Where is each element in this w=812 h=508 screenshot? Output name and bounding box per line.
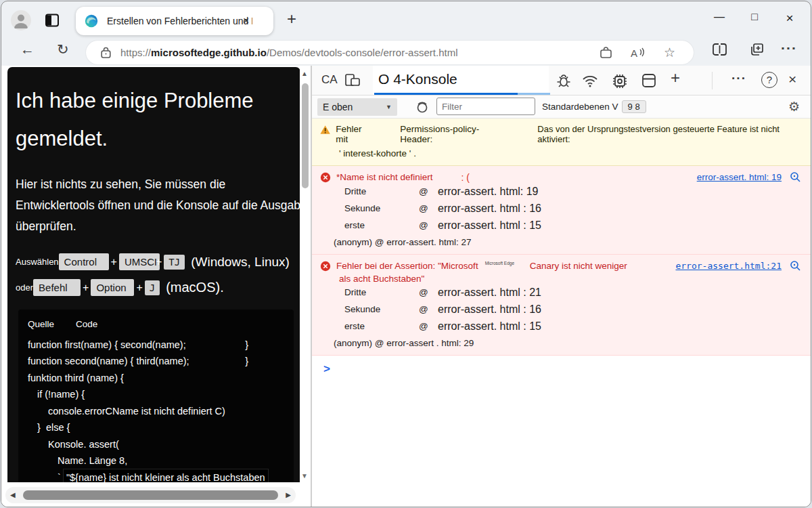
code-line: function first(name) { second(name);} <box>28 337 286 354</box>
demo-page: Ich habe einige Probleme gemeldet. Hier … <box>7 67 300 482</box>
network-icon[interactable] <box>581 72 599 89</box>
stack-frame[interactable]: Sekunde@error-assert. html : 16 <box>320 301 801 318</box>
page-vertical-scrollbar[interactable]: ▲ ▼ <box>300 67 311 482</box>
person-icon <box>11 10 31 30</box>
console-warning-row[interactable]: Fehler mit Permissions-policy-Header: Da… <box>312 119 811 166</box>
application-storage-icon[interactable] <box>641 72 657 89</box>
window-maximize-button[interactable]: □ <box>748 11 761 26</box>
page-paragraph: Hier ist nichts zu sehen, Sie müssen die… <box>16 174 300 237</box>
code-line: console.errorCName ist nicht definiert C… <box>28 403 286 420</box>
chevron-down-icon: ▼ <box>386 104 392 110</box>
favorites-star-icon[interactable]: ☆ <box>664 45 675 60</box>
stack-frame[interactable]: erste@error-assert. html : 15 <box>320 217 801 234</box>
live-expression-eye-icon[interactable] <box>415 100 430 114</box>
close-devtools-icon[interactable]: × <box>788 71 796 87</box>
inspect-tool-button[interactable]: CA <box>321 73 338 87</box>
kbd-j-win: TJ <box>164 255 185 270</box>
scroll-up-icon[interactable]: ▲ <box>301 70 308 77</box>
console-prompt-chevron[interactable]: > <box>312 356 811 376</box>
issues-bug-icon[interactable] <box>556 72 572 89</box>
tab-close-icon[interactable]: × <box>243 15 249 27</box>
more-tools-plus-button[interactable]: + <box>671 68 680 87</box>
url-text: https://microsoftedge.github.io/Demos/de… <box>120 47 457 58</box>
code-line: Konsole. assert( <box>28 436 286 453</box>
code-line: Name. Länge 8, <box>28 452 286 469</box>
shortcut-hint: Auswählen Control + UMSCHA + TJ (Windows… <box>16 253 300 296</box>
scroll-right-icon[interactable]: ▶ <box>286 491 291 499</box>
kbd-shift: UMSCHA <box>119 253 160 270</box>
address-bar[interactable]: https://microsoftedge.github.io/Demos/de… <box>86 41 694 64</box>
stack-frame-anonymous[interactable]: (anonym) @ error-assert. html: 27 <box>320 234 801 250</box>
lock-icon <box>101 47 111 58</box>
window-minimize-button[interactable]: — <box>713 11 725 26</box>
browser-titlebar: Erstellen von Fehlerberichten und Bestät… <box>1 1 811 39</box>
stack-frame[interactable]: Sekunde@error-assert. html : 16 <box>320 200 801 217</box>
superscript-label: Microsoft Edge <box>485 260 524 267</box>
scroll-down-icon[interactable]: ▼ <box>301 472 308 480</box>
performance-icon[interactable] <box>611 72 629 90</box>
active-tab-underline <box>374 93 518 95</box>
split-screen-icon[interactable] <box>712 43 727 56</box>
tab-actions-icon[interactable] <box>45 13 60 28</box>
console-filter-input[interactable] <box>436 98 535 115</box>
kbd-j-mac: J <box>145 280 160 295</box>
browser-window: Erstellen von Fehlerberichten und Bestät… <box>1 1 811 507</box>
horizontal-scroll-thumb[interactable] <box>23 490 278 500</box>
customize-devtools-icon[interactable]: ··· <box>731 71 746 86</box>
browser-tab[interactable]: Erstellen von Fehlerberichten und Bestät… <box>76 7 273 35</box>
kbd-option: Option <box>91 279 134 296</box>
page-pane: Ich habe einige Probleme gemeldet. Hier … <box>1 66 312 507</box>
tab-title: Erstellen von Fehlerberichten und Bestät… <box>107 16 252 26</box>
source-link[interactable]: error-assert. html: 19 <box>697 172 782 182</box>
kbd-control: Control <box>59 253 109 270</box>
read-aloud-icon[interactable]: A <box>631 47 646 59</box>
javascript-context-dropdown[interactable]: E oben ▼ <box>317 98 397 116</box>
devtools-panel: CA O 4-Konsole <box>312 66 811 507</box>
device-emulation-icon[interactable] <box>344 73 361 88</box>
tab-console[interactable]: O 4-Konsole <box>373 66 549 95</box>
source-code-block: Quelle Code function first(name) { secon… <box>18 310 294 482</box>
search-in-sources-icon[interactable] <box>790 171 801 183</box>
kbd-command: Befehl <box>33 279 81 296</box>
code-line: function second(name) { third(name);} <box>28 353 286 370</box>
page-title-line2: gemeldet. <box>16 120 300 158</box>
back-button[interactable]: ← <box>20 41 35 58</box>
svg-text:A: A <box>631 47 637 59</box>
new-tab-button[interactable]: + <box>287 9 296 28</box>
log-levels-dropdown[interactable]: Standardebenen V 9 8 <box>542 100 646 113</box>
stack-frame-anonymous[interactable]: (anonym) @ error-assert . html: 29 <box>320 335 801 351</box>
search-in-sources-icon[interactable] <box>790 260 801 272</box>
stack-frame[interactable]: erste@error-assert. html : 15 <box>320 318 801 335</box>
console-toolbar: E oben ▼ Standardebenen V 9 8 ⚙ <box>312 96 811 119</box>
stack-frame[interactable]: Dritte@error-assert. html : 21 <box>320 284 801 301</box>
page-horizontal-scrollbar[interactable]: ◀ ▶ <box>5 487 296 503</box>
settings-more-icon[interactable]: ··· <box>781 40 797 56</box>
browser-navbar: ← ↻ https://microsoftedge.github.io/Demo… <box>1 39 811 66</box>
stack-frame[interactable]: Dritte@error-assert. html: 19 <box>320 183 801 200</box>
vertical-scroll-thumb[interactable] <box>302 83 309 188</box>
code-line: } else { <box>28 419 286 436</box>
console-error-row[interactable]: *Name ist nicht definiert : ( error-asse… <box>312 166 811 255</box>
page-title: Ich habe einige Probleme <box>16 82 300 120</box>
source-link[interactable]: error-assert.html:21 <box>675 261 782 271</box>
console-error-row[interactable]: Fehler bei der Assertion: "Microsoft Mic… <box>312 255 811 356</box>
devtools-toolbar: CA O 4-Konsole <box>312 66 811 96</box>
code-line: if (!name) { <box>28 386 286 403</box>
warning-triangle-icon <box>320 125 330 135</box>
profile-avatar[interactable] <box>11 10 31 30</box>
levels-badge: 9 8 <box>622 100 646 113</box>
scroll-left-icon[interactable]: ◀ <box>10 491 16 499</box>
code-line: funktion third (name) { <box>28 370 286 387</box>
code-line: ` "${name} ist nicht kleiner als acht Bu… <box>28 469 286 483</box>
collections-icon[interactable] <box>750 43 765 56</box>
refresh-button[interactable]: ↻ <box>57 41 69 58</box>
error-circle-icon <box>320 172 331 183</box>
window-close-button[interactable]: × <box>784 11 796 26</box>
browser-essentials-icon[interactable] <box>600 47 612 59</box>
console-settings-gear-icon[interactable]: ⚙ <box>788 99 800 114</box>
help-icon[interactable]: ? <box>761 72 777 88</box>
edge-logo-icon <box>84 14 99 28</box>
error-circle-icon <box>320 261 331 272</box>
